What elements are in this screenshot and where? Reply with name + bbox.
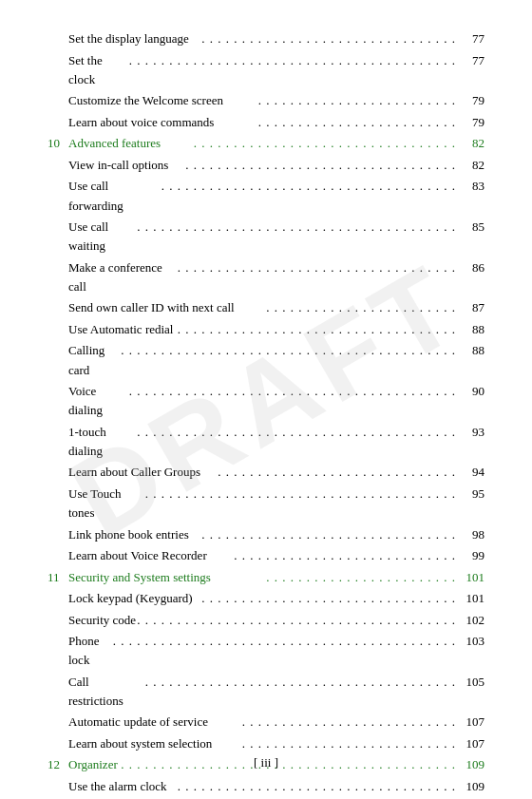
sub-row: Learn about Caller Groups. . . . . . . .… bbox=[48, 462, 484, 484]
sub-page: 109 bbox=[456, 777, 484, 796]
sub-title: Set the clock bbox=[68, 51, 129, 89]
chapter-number: 11 bbox=[48, 568, 68, 587]
sub-title: Learn about system selection bbox=[68, 734, 242, 753]
sub-title: Use call forwarding bbox=[68, 177, 162, 215]
chapter-dots: . . . . . . . . . . . . . . . . . . . . … bbox=[266, 568, 456, 587]
sub-row: Lock keypad (Keyguard) . . . . . . . . .… bbox=[48, 588, 484, 610]
sub-row: Learn about Voice Recorder . . . . . . .… bbox=[48, 545, 484, 567]
sub-page: 79 bbox=[456, 91, 484, 110]
sub-page: 86 bbox=[456, 258, 484, 277]
sub-row: Security code. . . . . . . . . . . . . .… bbox=[48, 609, 484, 631]
sub-row: 1-touch dialing . . . . . . . . . . . . … bbox=[48, 422, 484, 463]
sub-dots: . . . . . . . . . . . . . . . . . . . . … bbox=[137, 611, 456, 630]
sub-page: 88 bbox=[456, 341, 484, 360]
sub-dots: . . . . . . . . . . . . . . . . . . . . … bbox=[234, 546, 456, 565]
sub-dots: . . . . . . . . . . . . . . . . . . . . … bbox=[178, 320, 456, 339]
sub-row: Send own caller ID with next call . . . … bbox=[48, 297, 484, 319]
sub-dots: . . . . . . . . . . . . . . . . . . . . … bbox=[145, 673, 456, 692]
sub-row: Use call waiting. . . . . . . . . . . . … bbox=[48, 217, 484, 257]
sub-title: Calling card bbox=[68, 341, 121, 379]
sub-row: Use the alarm clock . . . . . . . . . . … bbox=[48, 776, 484, 798]
sub-title: Phone lock bbox=[68, 632, 113, 670]
sub-dots: . . . . . . . . . . . . . . . . . . . . … bbox=[145, 485, 456, 504]
sub-page: 77 bbox=[456, 29, 484, 48]
sub-dots: . . . . . . . . . . . . . . . . . . . . … bbox=[201, 525, 456, 544]
sub-page: 93 bbox=[456, 423, 484, 442]
sub-dots: . . . . . . . . . . . . . . . . . . . . … bbox=[137, 218, 456, 237]
sub-title: Lock keypad (Keyguard) bbox=[68, 589, 201, 608]
sub-page: 83 bbox=[456, 177, 484, 196]
chapter-page: 82 bbox=[456, 134, 484, 153]
sub-dots: . . . . . . . . . . . . . . . . . . . . … bbox=[178, 258, 456, 277]
sub-dots: . . . . . . . . . . . . . . . . . . . . … bbox=[113, 632, 456, 651]
sub-page: 107 bbox=[456, 713, 484, 732]
sub-title: Learn about voice commands bbox=[68, 113, 258, 132]
sub-row: Calling card . . . . . . . . . . . . . .… bbox=[48, 340, 484, 381]
sub-dots: . . . . . . . . . . . . . . . . . . . . … bbox=[185, 156, 456, 175]
sub-row: Use Automatic redial . . . . . . . . . .… bbox=[48, 319, 484, 341]
chapter-dots: . . . . . . . . . . . . . . . . . . . . … bbox=[194, 134, 456, 153]
sub-row: Set the clock . . . . . . . . . . . . . … bbox=[48, 50, 484, 91]
toc-content: Set the display language . . . . . . . .… bbox=[48, 29, 484, 799]
sub-page: 82 bbox=[456, 156, 484, 175]
sub-page: 94 bbox=[456, 463, 484, 482]
sub-row: Learn about system selection. . . . . . … bbox=[48, 733, 484, 755]
sub-dots: . . . . . . . . . . . . . . . . . . . . … bbox=[258, 113, 456, 132]
sub-title: Link phone book entries bbox=[68, 525, 201, 544]
sub-page: 102 bbox=[456, 611, 484, 630]
sub-title: Security code bbox=[68, 611, 137, 630]
sub-row: Link phone book entries . . . . . . . . … bbox=[48, 523, 484, 545]
sub-row: Make a conference call. . . . . . . . . … bbox=[48, 257, 484, 298]
sub-page: 85 bbox=[456, 218, 484, 237]
sub-row: Learn about voice commands . . . . . . .… bbox=[48, 112, 484, 134]
sub-row: View in-call options . . . . . . . . . .… bbox=[48, 155, 484, 177]
sub-title: Learn about Voice Recorder bbox=[68, 546, 234, 565]
chapter-title: Security and System settings bbox=[68, 568, 266, 587]
sub-row: Call restrictions. . . . . . . . . . . .… bbox=[48, 672, 484, 713]
sub-title: Use the alarm clock bbox=[68, 777, 178, 796]
sub-page: 88 bbox=[456, 320, 484, 339]
sub-dots: . . . . . . . . . . . . . . . . . . . . … bbox=[137, 423, 456, 442]
sub-page: 87 bbox=[456, 298, 484, 317]
sub-title: Call restrictions bbox=[68, 673, 145, 711]
sub-page: 98 bbox=[456, 525, 484, 544]
sub-dots: . . . . . . . . . . . . . . . . . . . . … bbox=[121, 341, 456, 360]
sub-title: Learn about Caller Groups bbox=[68, 463, 218, 482]
sub-title: Make a conference call bbox=[68, 258, 178, 296]
chapter-page: 101 bbox=[456, 568, 484, 587]
sub-title: Send own caller ID with next call bbox=[68, 298, 266, 317]
sub-page: 95 bbox=[456, 485, 484, 504]
sub-page: 107 bbox=[456, 734, 484, 753]
sub-page: 99 bbox=[456, 546, 484, 565]
sub-title: Voice dialing bbox=[68, 382, 129, 420]
sub-row: Use Touch tones . . . . . . . . . . . . … bbox=[48, 484, 484, 524]
sub-title: Set the display language bbox=[68, 29, 201, 48]
sub-title: 1-touch dialing bbox=[68, 423, 137, 461]
sub-title: Use Automatic redial bbox=[68, 320, 178, 339]
sub-dots: . . . . . . . . . . . . . . . . . . . . … bbox=[129, 51, 456, 70]
chapter-row: 11Security and System settings. . . . . … bbox=[48, 566, 484, 588]
sub-dots: . . . . . . . . . . . . . . . . . . . . … bbox=[258, 91, 456, 110]
sub-page: 79 bbox=[456, 113, 484, 132]
sub-dots: . . . . . . . . . . . . . . . . . . . . … bbox=[162, 177, 456, 196]
sub-row: Phone lock. . . . . . . . . . . . . . . … bbox=[48, 631, 484, 672]
sub-dots: . . . . . . . . . . . . . . . . . . . . … bbox=[201, 29, 456, 48]
sub-row: Automatic update of service . . . . . . … bbox=[48, 712, 484, 733]
sub-dots: . . . . . . . . . . . . . . . . . . . . … bbox=[218, 463, 456, 482]
sub-page: 105 bbox=[456, 673, 484, 692]
sub-title: Automatic update of service bbox=[68, 713, 242, 732]
sub-dots: . . . . . . . . . . . . . . . . . . . . … bbox=[242, 734, 456, 753]
sub-row: Use call forwarding. . . . . . . . . . .… bbox=[48, 176, 484, 217]
chapter-title: Advanced features bbox=[68, 134, 194, 153]
footer: [ iii ] bbox=[0, 755, 532, 770]
sub-row: Set the display language . . . . . . . .… bbox=[48, 29, 484, 50]
sub-title: Use Touch tones bbox=[68, 485, 145, 523]
sub-dots: . . . . . . . . . . . . . . . . . . . . … bbox=[266, 298, 456, 317]
sub-page: 77 bbox=[456, 51, 484, 70]
sub-row: Voice dialing . . . . . . . . . . . . . … bbox=[48, 381, 484, 422]
chapter-row: 10Advanced features . . . . . . . . . . … bbox=[48, 133, 484, 155]
sub-page: 103 bbox=[456, 632, 484, 651]
page-container: DRAFT Set the display language . . . . .… bbox=[0, 0, 532, 799]
sub-page: 101 bbox=[456, 589, 484, 608]
sub-dots: . . . . . . . . . . . . . . . . . . . . … bbox=[178, 777, 456, 796]
